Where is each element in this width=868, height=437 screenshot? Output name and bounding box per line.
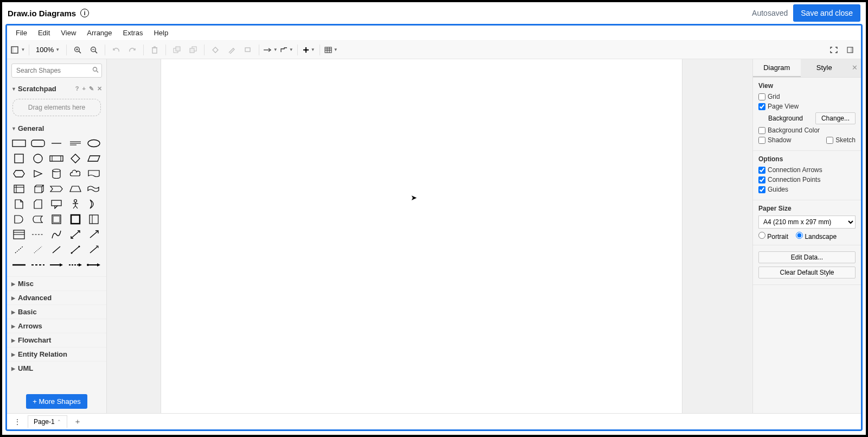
close-format-panel-icon[interactable]: ✕ (848, 59, 861, 77)
shape-list[interactable] (11, 229, 27, 240)
shape-rectangle[interactable] (11, 137, 27, 149)
shape-arrow[interactable] (86, 229, 101, 240)
info-icon[interactable]: i (80, 9, 89, 17)
view-dropdown-icon[interactable]: ▼ (10, 43, 25, 56)
zoom-in-icon[interactable] (70, 43, 85, 56)
grid-checkbox[interactable] (758, 93, 765, 100)
shape-curve[interactable] (49, 229, 64, 240)
page-view-checkbox[interactable] (758, 103, 765, 110)
shape-and[interactable] (11, 213, 27, 225)
zoom-select[interactable]: 100%▼ (33, 46, 63, 54)
advanced-header[interactable]: ▶Advanced (7, 290, 106, 305)
shape-cylinder[interactable] (49, 168, 64, 180)
redo-icon[interactable] (125, 43, 140, 56)
shape-card[interactable] (30, 198, 46, 210)
basic-header[interactable]: ▶Basic (7, 305, 106, 319)
shape-link-dashed[interactable] (30, 259, 46, 271)
shape-link-arrow-3[interactable] (86, 259, 101, 271)
sketch-checkbox[interactable] (826, 137, 833, 144)
entity-relation-header[interactable]: ▶Entity Relation (7, 347, 106, 361)
zoom-out-icon[interactable] (86, 43, 101, 56)
menu-extras[interactable]: Extras (118, 27, 149, 39)
connection-points-checkbox[interactable] (758, 176, 765, 183)
menu-help[interactable]: Help (148, 27, 174, 39)
shape-cloud[interactable] (68, 168, 83, 180)
shape-callout[interactable] (49, 198, 64, 210)
shape-trapezoid[interactable] (68, 183, 83, 195)
search-shapes-input[interactable] (11, 64, 102, 78)
shape-collate[interactable] (86, 213, 101, 225)
shape-square[interactable] (11, 153, 27, 164)
shape-bidirectional-arrow[interactable] (68, 229, 83, 240)
shape-line-diag[interactable] (49, 244, 64, 256)
undo-icon[interactable] (108, 43, 124, 56)
shape-line-diag-3[interactable] (86, 244, 101, 256)
menu-view[interactable]: View (55, 27, 81, 39)
misc-header[interactable]: ▶Misc (7, 276, 106, 290)
shape-rounded-rectangle[interactable] (30, 137, 46, 149)
shape-ellipse[interactable] (86, 137, 101, 149)
fill-color-icon[interactable] (208, 43, 223, 56)
line-color-icon[interactable] (224, 43, 239, 56)
shadow-checkbox[interactable] (758, 137, 765, 144)
search-icon[interactable] (92, 67, 99, 75)
paper-size-select[interactable]: A4 (210 mm x 297 mm) (758, 216, 856, 229)
guides-checkbox[interactable] (758, 186, 765, 193)
background-color-checkbox[interactable] (758, 127, 765, 134)
shape-document[interactable] (86, 168, 101, 180)
portrait-radio[interactable] (758, 232, 765, 239)
shape-dotted-diag[interactable] (30, 244, 46, 256)
shape-dashed-line[interactable] (30, 229, 46, 240)
shape-step[interactable] (49, 183, 64, 195)
scratchpad-edit-icon[interactable]: ✎ (89, 85, 94, 92)
shape-hexagon[interactable] (11, 168, 27, 180)
shape-internal-storage[interactable] (11, 183, 27, 195)
tab-style[interactable]: Style (801, 59, 848, 77)
shape-parallelogram[interactable] (86, 153, 101, 164)
clear-default-style-button[interactable]: Clear Default Style (758, 267, 856, 278)
flowchart-header[interactable]: ▶Flowchart (7, 333, 106, 347)
scratchpad-add-icon[interactable]: + (82, 85, 86, 92)
insert-icon[interactable]: ▼ (301, 43, 316, 56)
shape-dashed-diag[interactable] (11, 244, 27, 256)
scratchpad-dropzone[interactable]: Drag elements here (12, 99, 101, 116)
menu-edit[interactable]: Edit (33, 27, 55, 39)
shape-link-arrow-2[interactable] (68, 259, 83, 271)
shape-frame[interactable] (68, 213, 83, 225)
shape-triangle[interactable] (30, 168, 46, 180)
arrows-header[interactable]: ▶Arrows (7, 319, 106, 333)
shape-link-solid[interactable] (11, 259, 27, 271)
shape-diamond[interactable] (68, 153, 83, 164)
menu-file[interactable]: File (10, 27, 33, 39)
shape-process[interactable] (49, 153, 64, 164)
change-background-button[interactable]: Change... (815, 112, 856, 124)
page-tab-1[interactable]: Page-1 ⌃ (28, 415, 67, 428)
shape-note[interactable] (11, 198, 27, 210)
uml-header[interactable]: ▶UML (7, 361, 106, 375)
connection-arrows-checkbox[interactable] (758, 167, 765, 174)
canvas-page[interactable] (161, 59, 682, 413)
format-panel-icon[interactable] (843, 43, 858, 56)
shadow-icon[interactable] (240, 43, 256, 56)
edit-data-button[interactable]: Edit Data... (758, 251, 856, 263)
more-shapes-button[interactable]: + More Shapes (26, 394, 87, 409)
shape-data-storage[interactable] (30, 213, 46, 225)
table-icon[interactable]: ▼ (323, 43, 339, 56)
to-back-icon[interactable] (186, 43, 201, 56)
menu-arrange[interactable]: Arrange (81, 27, 117, 39)
shape-link-arrow-1[interactable] (49, 259, 64, 271)
pages-menu-icon[interactable]: ⋮ (10, 416, 24, 428)
save-and-close-button[interactable]: Save and close (793, 4, 860, 22)
connection-icon[interactable]: ▼ (263, 43, 278, 56)
shape-circle[interactable] (30, 153, 46, 164)
scratchpad-help-icon[interactable]: ? (75, 85, 79, 92)
canvas[interactable]: ➤ (107, 59, 752, 413)
delete-icon[interactable] (147, 43, 162, 56)
general-header[interactable]: ▼General (7, 122, 106, 135)
add-page-icon[interactable]: ＋ (71, 415, 85, 428)
scratchpad-header[interactable]: ▼Scratchpad ? + ✎ ✕ (7, 82, 106, 96)
shape-cube[interactable] (30, 183, 46, 195)
landscape-radio[interactable] (796, 232, 803, 239)
scratchpad-close-icon[interactable]: ✕ (97, 85, 102, 92)
shape-container[interactable] (49, 213, 64, 225)
